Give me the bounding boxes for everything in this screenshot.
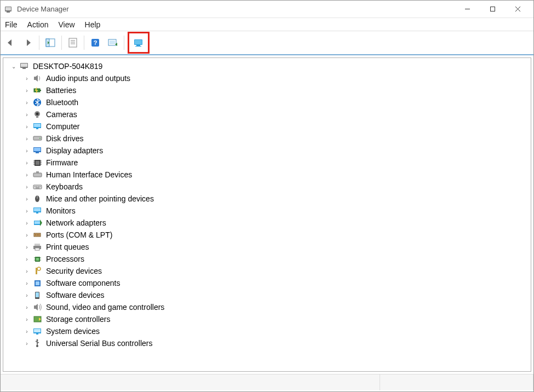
maximize-button[interactable] (480, 1, 505, 18)
tree-item[interactable]: ›Sound, video and game controllers (3, 301, 531, 313)
svg-rect-34 (36, 128, 38, 129)
tree-item[interactable]: ›Display adapters (3, 145, 531, 157)
tree-item[interactable]: ›Storage controllers (3, 313, 531, 325)
tree-item[interactable]: ›Software components (3, 277, 531, 289)
software-icon (33, 279, 43, 287)
forward-button[interactable] (20, 34, 36, 51)
expander-right-icon[interactable]: › (23, 172, 31, 178)
expander-right-icon[interactable]: › (23, 208, 31, 214)
expander-right-icon[interactable]: › (23, 88, 31, 94)
tree-item[interactable]: ›Batteries (3, 84, 531, 96)
svg-rect-41 (36, 161, 39, 165)
menubar: File Action View Help (1, 18, 533, 31)
show-hide-tree-button[interactable] (43, 34, 58, 51)
tree-root-node[interactable]: ⌄ DESKTOP-504K819 (3, 60, 531, 72)
minimize-button[interactable] (455, 1, 480, 18)
expander-right-icon[interactable]: › (23, 316, 31, 322)
expander-right-icon[interactable]: › (23, 184, 31, 190)
svg-rect-51 (35, 186, 36, 187)
svg-rect-20 (135, 40, 142, 44)
tree-item-label: Storage controllers (46, 315, 111, 324)
network-icon (33, 218, 43, 227)
back-button[interactable] (3, 34, 18, 51)
window-title: Device Manager (17, 5, 69, 13)
add-legacy-hardware-button[interactable] (131, 34, 146, 51)
tree-item[interactable]: ›Security devices (3, 265, 531, 277)
toolbar-divider (39, 36, 39, 50)
tree-item-label: Batteries (46, 86, 76, 95)
menu-help[interactable]: Help (85, 20, 101, 29)
expander-right-icon[interactable]: › (23, 268, 31, 274)
svg-rect-55 (36, 188, 39, 189)
menu-view[interactable]: View (58, 20, 74, 29)
expander-right-icon[interactable]: › (23, 136, 31, 142)
monitor-icon (33, 206, 43, 215)
tree-item[interactable]: ›Software devices (3, 289, 531, 301)
expander-right-icon[interactable]: › (23, 256, 31, 262)
tree-item[interactable]: ›Monitors (3, 205, 531, 217)
svg-rect-38 (34, 148, 41, 151)
expander-right-icon[interactable]: › (23, 196, 31, 202)
device-tree[interactable]: ⌄ DESKTOP-504K819 ›Audio inputs and outp… (3, 57, 531, 372)
svg-rect-59 (34, 208, 41, 211)
expander-right-icon[interactable]: › (23, 232, 31, 238)
tree-item-label: Print queues (46, 243, 89, 251)
tree-item-label: Firmware (46, 158, 78, 167)
svg-rect-4 (490, 7, 495, 11)
close-button[interactable] (505, 1, 530, 18)
expander-right-icon[interactable]: › (23, 244, 31, 250)
expander-right-icon[interactable]: › (23, 148, 31, 154)
hid-icon (33, 170, 43, 179)
tree-item-label: Audio inputs and outputs (46, 74, 130, 83)
expander-right-icon[interactable]: › (23, 341, 31, 347)
toolbar-divider (124, 36, 124, 50)
tree-item[interactable]: ›Computer (3, 120, 531, 132)
expander-right-icon[interactable]: › (23, 328, 31, 335)
tree-item[interactable]: ›Bluetooth (3, 96, 531, 108)
speaker-icon (33, 74, 43, 83)
expander-right-icon[interactable]: › (23, 124, 31, 130)
properties-button[interactable] (65, 34, 81, 51)
expander-right-icon[interactable]: › (23, 280, 31, 286)
help-button[interactable]: ? (88, 34, 103, 51)
expander-right-icon[interactable]: › (23, 292, 31, 298)
svg-point-65 (37, 234, 38, 235)
tree-item[interactable]: ›Disk drives (3, 132, 531, 145)
expander-right-icon[interactable]: › (23, 220, 31, 226)
tree-item[interactable]: ›Firmware (3, 157, 531, 169)
expander-right-icon[interactable]: › (23, 112, 31, 118)
svg-rect-33 (34, 124, 41, 127)
tree-item[interactable]: ›Keyboards (3, 181, 531, 193)
tree-item-label: Network adapters (46, 218, 106, 227)
tree-item[interactable]: ›Human Interface Devices (3, 169, 531, 181)
tree-item[interactable]: ›Ports (COM & LPT) (3, 229, 531, 241)
menu-action[interactable]: Action (27, 20, 49, 29)
tree-item[interactable]: ›System devices (3, 325, 531, 337)
tree-item-label: System devices (46, 327, 100, 336)
tree-item[interactable]: ›Processors (3, 253, 531, 265)
svg-rect-22 (135, 46, 141, 47)
tree-item[interactable]: ›Print queues (3, 241, 531, 253)
svg-rect-67 (35, 244, 40, 246)
svg-marker-88 (36, 339, 38, 341)
expander-right-icon[interactable]: › (23, 100, 31, 106)
menu-file[interactable]: File (5, 20, 18, 29)
tree-item[interactable]: ›Mice and other pointing devices (3, 193, 531, 205)
svg-text:?: ? (94, 39, 97, 46)
svg-rect-25 (22, 68, 26, 69)
tree-item[interactable]: ›Network adapters (3, 217, 531, 229)
expander-right-icon[interactable]: › (23, 304, 31, 310)
scan-hardware-button[interactable] (105, 34, 120, 51)
svg-rect-17 (110, 41, 115, 44)
svg-rect-24 (21, 64, 27, 67)
expander-right-icon[interactable]: › (23, 76, 31, 82)
tree-item[interactable]: ›Audio inputs and outputs (3, 72, 531, 84)
svg-rect-62 (35, 221, 41, 224)
storage-icon (33, 315, 43, 324)
firmware-icon (33, 158, 43, 167)
svg-rect-84 (34, 329, 41, 332)
tree-item[interactable]: ›Universal Serial Bus controllers (3, 337, 531, 349)
expander-down-icon[interactable]: ⌄ (10, 64, 18, 70)
tree-item[interactable]: ›Cameras (3, 108, 531, 120)
expander-right-icon[interactable]: › (23, 160, 31, 166)
